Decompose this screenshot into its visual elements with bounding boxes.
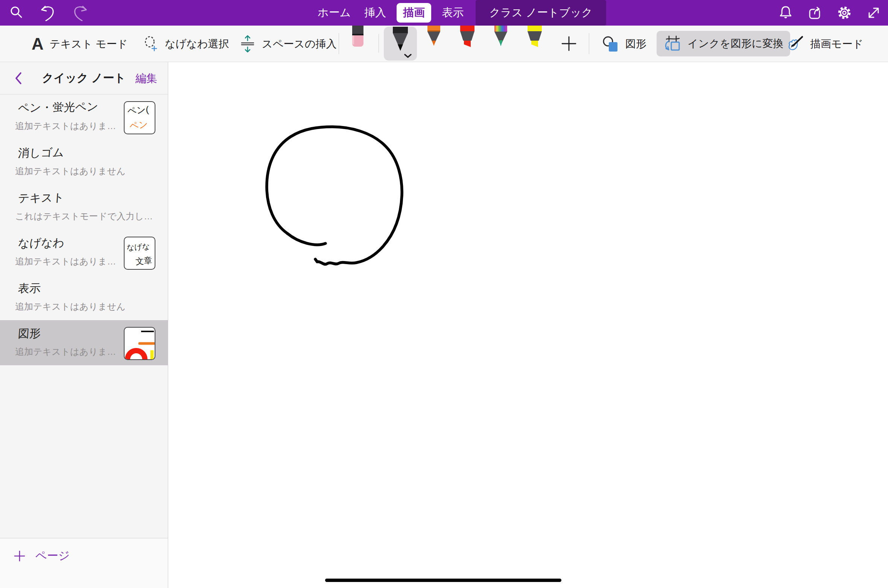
page-subtitle: 追加テキストはありま… [15,255,116,267]
black-pen-tool-selected[interactable] [384,27,417,61]
page-title: 消しゴム [18,145,65,161]
page-subtitle: 追加テキストはありま… [15,346,116,358]
page-item-view[interactable]: 表示 追加テキストはありません [0,275,168,320]
page-thumbnail: ペン( ペン [124,101,155,134]
shapes-label: 図形 [625,37,646,51]
page-item-shapes[interactable]: 図形 追加テキストはありま… [0,320,168,365]
fullscreen-icon[interactable] [865,5,882,21]
tab-draw[interactable]: 描画 [397,3,431,23]
black-pen-icon [384,27,417,61]
toolbar-divider [339,33,339,54]
home-indicator-handle[interactable] [325,579,561,582]
thumb-ink-text: 文章 [135,255,152,266]
page-thumbnail: なげな 文章 [124,237,155,270]
thumb-ink-text: ペン( [127,104,149,116]
draw-mode-button[interactable]: 描画モード [785,26,863,62]
plus-icon [14,550,26,562]
page-subtitle: 追加テキストはありま… [15,120,116,132]
page-thumbnail [124,327,155,360]
edit-button[interactable]: 編集 [135,71,157,86]
shapes-button[interactable]: 図形 [602,26,646,62]
lasso-icon [144,36,159,52]
draw-mode-icon [785,35,804,53]
settings-icon[interactable] [836,5,853,21]
page-item-text[interactable]: テキスト これはテキストモードで入力し… [0,185,168,230]
insert-space-button[interactable]: スペースの挿入 [239,26,337,62]
page-subtitle: 追加テキストはありません [15,301,126,313]
page-item-eraser[interactable]: 消しゴム 追加テキストはありません [0,140,168,185]
page-title: なげなわ [18,235,65,251]
thumb-ink-text: ペン [129,119,149,131]
page-title: テキスト [18,190,65,206]
page-list-sidebar: クイック ノート 編集 ペン・蛍光ペン 追加テキストはありま… ペン( ペン 消… [0,62,168,588]
lasso-select-button[interactable]: なげなわ選択 [144,26,229,62]
insert-space-icon [239,35,256,53]
ink-to-shape-button-selected[interactable]: インクを図形に変換 [657,31,790,56]
sidebar-footer: ページ [0,538,168,588]
orange-pen-tool[interactable] [425,26,442,50]
galaxy-pen-tool[interactable] [492,26,509,50]
text-mode-icon: A [32,36,44,52]
title-bar-right-icons [777,0,882,26]
text-mode-label: テキスト モード [50,37,128,51]
insert-space-label: スペースの挿入 [262,37,337,51]
text-mode-button[interactable]: A テキスト モード [32,26,128,62]
red-highlighter-tool[interactable] [459,26,476,49]
toolbar-divider [589,33,589,54]
title-bar: ホーム 挿入 描画 表示 クラス ノートブック [0,0,888,26]
hand-drawn-circle-ink [169,62,888,588]
redo-icon[interactable] [71,5,88,21]
shapes-icon [602,35,619,53]
bell-icon[interactable] [777,5,794,21]
tab-insert[interactable]: 挿入 [357,0,393,26]
toolbar-divider [379,34,379,53]
sidebar-header: クイック ノート 編集 [0,62,168,94]
class-notebook-button[interactable]: クラス ノートブック [476,0,606,26]
share-icon[interactable] [807,5,823,21]
tab-view[interactable]: 表示 [435,0,470,26]
title-bar-left-icons [8,0,88,26]
eraser-tool[interactable] [349,26,366,49]
thumb-ink-text: なげな [126,242,150,252]
yellow-highlighter-tool[interactable] [526,26,543,49]
chevron-down-icon [405,55,411,57]
page-title: ペン・蛍光ペン [18,99,99,116]
draw-toolbar: A テキスト モード なげなわ選択 スペースの挿入 [0,26,888,62]
page-title: 図形 [18,326,41,342]
tab-home[interactable]: ホーム [311,0,357,26]
add-pen-button[interactable] [561,35,577,52]
ink-to-shape-label: インクを図形に変換 [687,36,783,51]
page-subtitle: 追加テキストはありません [15,165,126,177]
add-page-button[interactable]: ページ [14,548,70,564]
page-subtitle: これはテキストモードで入力し… [15,210,153,222]
lasso-label: なげなわ選択 [165,37,229,51]
page-item-lasso[interactable]: なげなわ 追加テキストはありま… なげな 文章 [0,230,168,275]
onenote-app: ホーム 挿入 描画 表示 クラス ノートブック [0,0,888,588]
page-title: 表示 [18,281,41,296]
ribbon-tabs: ホーム 挿入 描画 表示 クラス ノートブック [311,0,606,26]
add-page-label: ページ [35,548,70,564]
draw-mode-label: 描画モード [810,37,863,51]
search-icon[interactable] [8,5,25,21]
ink-to-shape-icon [663,35,682,53]
drawing-canvas[interactable] [169,62,888,588]
undo-icon[interactable] [40,5,56,21]
page-item-pen-highlighter[interactable]: ペン・蛍光ペン 追加テキストはありま… ペン( ペン [0,94,168,140]
